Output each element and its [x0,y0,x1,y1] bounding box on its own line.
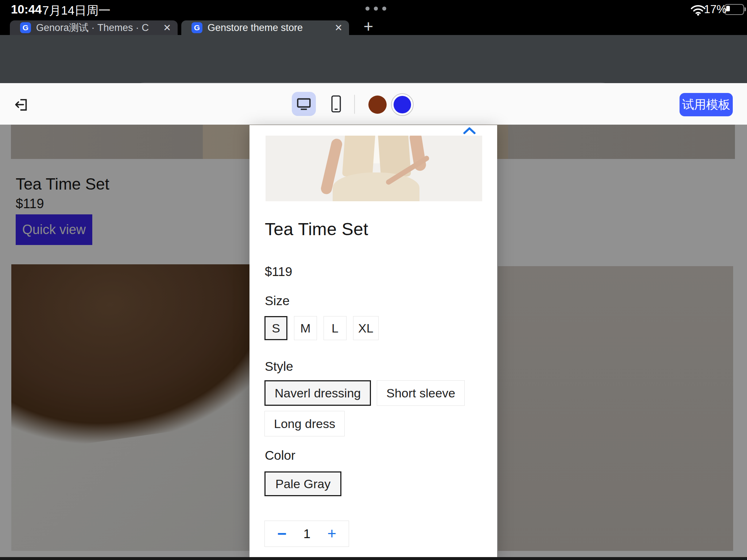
browser-tab-genstore[interactable]: G Genstore theme store ✕ [181,20,349,35]
browser-toolbar: themes.genstore.ai 2 [0,35,747,83]
wifi-icon [691,4,705,16]
desktop-icon [296,97,311,111]
style-label: Style [265,359,293,374]
new-tab-button[interactable]: + [360,18,376,34]
quantity-value: 1 [303,526,310,541]
bottom-edge-strip [0,557,747,560]
style-option-short-sleeve[interactable]: Short sleeve [377,380,465,406]
style-options: Naverl dressingShort sleeveLong dress [264,380,469,436]
style-option-naverl-dressing[interactable]: Naverl dressing [264,380,371,406]
modal-product-title: Tea Time Set [265,219,368,239]
status-bar: 10:44 7月14日周一 17% [0,0,747,18]
size-option-s[interactable]: S [264,316,287,340]
style-option-long-dress[interactable]: Long dress [264,411,345,436]
exit-preview-icon[interactable] [13,96,30,113]
color-label: Color [265,448,295,463]
color-swatch-brown[interactable] [368,96,387,114]
browser-tab-genora[interactable]: G Genora测试 · Themes · C ✕ [10,20,178,35]
quantity-stepper: − 1 + [264,521,349,547]
size-options: SMLXL [264,316,379,340]
photo-shape [333,172,419,201]
size-label: Size [265,293,290,308]
tab-title: Genora测试 · Themes · C [36,21,158,34]
photo-shape [342,136,375,176]
blue-swatch-fill [394,96,411,113]
quantity-decrease-button[interactable]: − [277,526,287,542]
modal-product-price: $119 [265,264,292,279]
color-option-pale-gray[interactable]: Pale Gray [264,471,341,496]
toolbar-divider [354,95,355,114]
ipad-screen: 10:44 7月14日周一 17% G Genora测试 · Themes · … [0,0,747,560]
desktop-view-toggle[interactable] [292,92,316,116]
size-option-l[interactable]: L [324,316,347,340]
size-option-m[interactable]: M [294,316,317,340]
quantity-increase-button[interactable]: + [327,526,336,541]
tab-title: Genstore theme store [208,22,329,34]
color-options: Pale Gray [264,471,341,496]
date: 7月14日周一 [42,3,111,19]
battery-percent: 17% [704,3,727,16]
tab-favicon: G [20,22,31,33]
tab-overflow-dots-icon[interactable] [365,7,386,11]
battery-icon [724,4,744,15]
mobile-icon [331,95,341,113]
color-swatch-blue-selected[interactable] [391,93,414,116]
close-tab-icon[interactable]: ✕ [163,23,171,32]
quick-view-modal: Tea Time Set $119 Size SMLXL Style Naver… [249,125,497,560]
product-gallery-image[interactable] [266,136,482,201]
close-tab-icon[interactable]: ✕ [334,23,342,32]
tab-favicon: G [191,22,202,33]
try-template-button[interactable]: 试用模板 [680,93,733,116]
clock: 10:44 [11,3,42,16]
mobile-view-toggle[interactable] [324,92,348,116]
collapse-panel-button[interactable] [462,126,477,135]
chevron-up-icon [463,127,476,135]
size-option-xl[interactable]: XL [353,316,379,340]
